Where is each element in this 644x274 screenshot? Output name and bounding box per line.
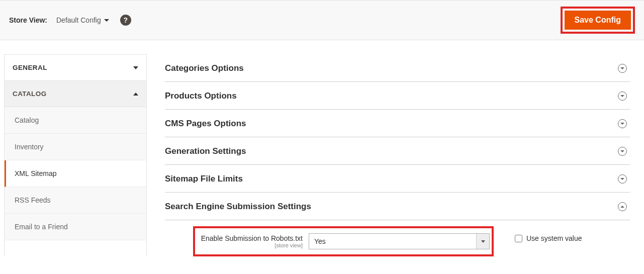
use-system-wrap: Use system value	[515, 234, 582, 242]
section-header[interactable]: Categories Options	[165, 54, 630, 82]
store-view-value: Default Config	[56, 16, 101, 24]
help-icon[interactable]: ?	[120, 15, 131, 26]
toggle-icon	[618, 147, 627, 156]
sidebar-item[interactable]: XML Sitemap	[5, 160, 146, 187]
toggle-icon	[618, 64, 627, 73]
chevron-down-icon	[620, 150, 624, 152]
toggle-icon	[618, 202, 627, 211]
section-header[interactable]: CMS Pages Options	[165, 110, 630, 137]
section-title: Search Engine Submission Settings	[165, 202, 311, 212]
section-header[interactable]: Products Options	[165, 82, 630, 110]
sidebar-item[interactable]: Inventory	[5, 134, 146, 160]
toggle-icon	[618, 174, 627, 184]
sidebar-group-label: GENERAL	[13, 64, 47, 71]
field-label: Enable Submission to Robots.txt	[201, 234, 303, 242]
section-title: Generation Settings	[165, 146, 246, 156]
section-title: CMS Pages Options	[165, 119, 246, 129]
page-toolbar: Store View: Default Config ? Save Config	[0, 0, 644, 40]
use-system-checkbox[interactable]	[515, 235, 522, 242]
section-list: Categories OptionsProducts OptionsCMS Pa…	[165, 54, 630, 220]
sidebar-item[interactable]: RSS Feeds	[5, 187, 146, 214]
chevron-up-icon	[133, 93, 138, 96]
config-content: Categories OptionsProducts OptionsCMS Pa…	[147, 54, 644, 256]
sidebar-item[interactable]: Email to a Friend	[5, 214, 146, 240]
save-highlight-box: Save Config	[561, 7, 635, 34]
store-view-switcher[interactable]: Default Config	[56, 16, 109, 24]
field-scope: [store view]	[195, 242, 303, 248]
field-row: Enable Submission to Robots.txt [store v…	[165, 220, 630, 256]
store-view-label: Store View:	[9, 16, 47, 24]
chevron-down-icon	[620, 123, 624, 125]
section-header[interactable]: Search Engine Submission Settings	[165, 193, 630, 220]
section-header[interactable]: Generation Settings	[165, 137, 630, 165]
sidebar-group-catalog[interactable]: CATALOG	[5, 81, 146, 107]
section-header[interactable]: Sitemap File Limits	[165, 165, 630, 193]
sidebar-group-label: CATALOG	[13, 90, 47, 98]
toggle-icon	[618, 119, 627, 128]
robots-select[interactable]	[309, 233, 490, 249]
section-title: Sitemap File Limits	[165, 174, 243, 184]
robots-select-value[interactable]	[309, 234, 476, 249]
field-label-wrap: Enable Submission to Robots.txt [store v…	[195, 234, 309, 248]
main-layout: GENERAL CATALOG CatalogInventoryXML Site…	[0, 54, 644, 256]
toggle-icon	[618, 92, 627, 101]
chevron-down-icon	[620, 95, 624, 97]
chevron-down-icon	[620, 67, 624, 69]
select-caret[interactable]	[476, 234, 489, 249]
caret-down-icon	[104, 19, 109, 22]
section-title: Categories Options	[165, 63, 244, 73]
section-title: Products Options	[165, 91, 237, 101]
chevron-up-icon	[620, 206, 624, 208]
chevron-down-icon	[133, 66, 138, 69]
chevron-down-icon	[620, 178, 624, 180]
use-system-label: Use system value	[526, 234, 582, 242]
save-config-button[interactable]: Save Config	[565, 11, 631, 30]
sidebar-item[interactable]: Catalog	[5, 107, 146, 134]
sidebar-group-general[interactable]: GENERAL	[5, 55, 146, 81]
sidebar-items: CatalogInventoryXML SitemapRSS FeedsEmai…	[5, 107, 146, 240]
caret-down-icon	[481, 240, 485, 243]
config-sidebar: GENERAL CATALOG CatalogInventoryXML Site…	[4, 54, 147, 256]
field-highlight-box: Enable Submission to Robots.txt [store v…	[193, 226, 494, 256]
